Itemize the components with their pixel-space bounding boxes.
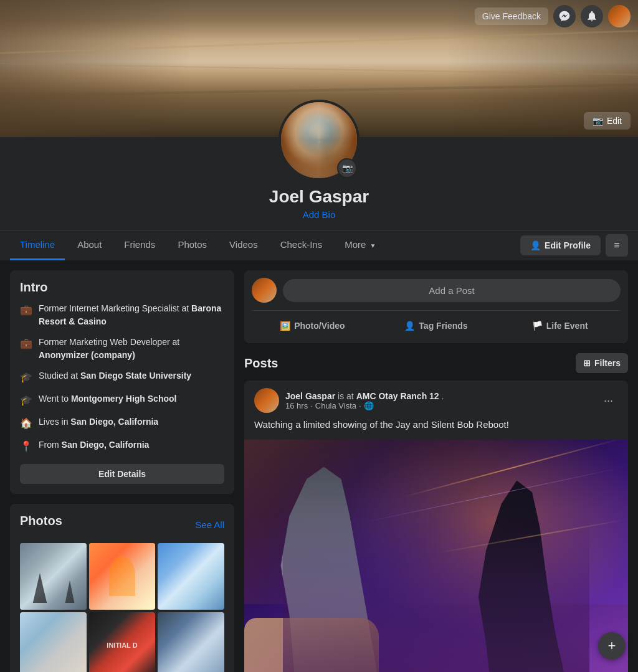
home-icon: 🏠 <box>20 416 32 431</box>
fab-button[interactable]: + <box>598 632 626 660</box>
grid-icon: ≡ <box>614 240 619 251</box>
post-more-button[interactable]: ··· <box>599 392 618 410</box>
intro-title: Intro <box>20 280 224 295</box>
add-post-top: Add a Post <box>252 278 621 303</box>
pin-icon: 📍 <box>20 439 32 454</box>
photo-thumb-2[interactable] <box>89 543 156 610</box>
post-text: Watching a limited showing of the Jay an… <box>244 418 628 440</box>
person-icon: 👤 <box>530 240 541 250</box>
profile-name: Joel Gaspar <box>0 187 638 207</box>
posts-header: Posts ⊞ Filters <box>244 353 628 373</box>
tab-more[interactable]: More ▼ <box>335 230 386 260</box>
avatar-camera-button[interactable]: 📷 <box>337 158 357 178</box>
intro-item-job1: 💼 Former Internet Marketing Specialist a… <box>20 302 224 328</box>
edit-details-button[interactable]: Edit Details <box>20 464 224 484</box>
give-feedback-button[interactable]: Give Feedback <box>475 7 548 25</box>
photo-video-button[interactable]: 🖼️ Photo/Video <box>252 316 373 336</box>
photo-thumb-5[interactable]: INITIAL D <box>89 612 156 672</box>
photo-thumb-3[interactable] <box>158 543 224 610</box>
photos-title: Photos <box>20 514 62 528</box>
intro-card: Intro 💼 Former Internet Marketing Specia… <box>10 270 234 494</box>
post-author-name: Joel Gaspar is at AMC Otay Ranch 12 . <box>285 391 444 401</box>
edit-profile-button[interactable]: 👤 Edit Profile <box>520 235 601 255</box>
tab-friends[interactable]: Friends <box>114 230 165 260</box>
briefcase-icon-2: 💼 <box>20 336 32 351</box>
post-card: Joel Gaspar is at AMC Otay Ranch 12 . 16… <box>244 381 628 672</box>
add-post-actions: 🖼️ Photo/Video 👤 Tag Friends 🏳️ Life Eve… <box>252 316 621 336</box>
right-column: Add a Post 🖼️ Photo/Video 👤 Tag Friends … <box>244 270 628 672</box>
filters-button[interactable]: ⊞ Filters <box>576 353 628 373</box>
tab-videos[interactable]: Videos <box>219 230 268 260</box>
photos-header: Photos See All <box>20 514 224 536</box>
tag-icon: 👤 <box>404 321 415 331</box>
post-composer-avatar <box>252 278 277 303</box>
tab-about[interactable]: About <box>67 230 112 260</box>
post-meta: 16 hrs · Chula Vista · 🌐 <box>285 401 444 410</box>
post-author-avatar <box>254 388 279 413</box>
messenger-icon[interactable] <box>553 5 576 27</box>
plus-icon: + <box>608 638 616 654</box>
cover-edit-button[interactable]: 📷 Edit <box>584 112 631 130</box>
school-icon: 🎓 <box>20 393 32 408</box>
globe-small-icon: 🌐 <box>364 401 374 410</box>
profile-avatar-container: 📷 <box>279 100 359 181</box>
photo-thumb-1[interactable] <box>20 543 87 610</box>
photo-thumb-6[interactable] <box>158 612 224 672</box>
life-event-button[interactable]: 🏳️ Life Event <box>499 316 621 336</box>
top-bar: Give Feedback <box>467 0 638 32</box>
add-post-card: Add a Post 🖼️ Photo/Video 👤 Tag Friends … <box>244 270 628 343</box>
intro-item-college: 🎓 Studied at San Diego State University <box>20 369 224 385</box>
photo-icon: 🖼️ <box>280 321 290 331</box>
photos-grid: INITIAL D <box>20 543 224 672</box>
add-post-input[interactable]: Add a Post <box>283 279 621 302</box>
user-avatar[interactable] <box>608 5 631 27</box>
notifications-icon[interactable] <box>581 5 603 27</box>
post-image <box>244 440 628 673</box>
flag-icon: 🏳️ <box>532 321 543 331</box>
post-author-info: Joel Gaspar is at AMC Otay Ranch 12 . 16… <box>254 388 444 413</box>
nav-tabs: Timeline About Friends Photos Videos Che… <box>10 230 520 260</box>
photos-card: Photos See All <box>10 504 234 672</box>
profile-section: 📷 Joel Gaspar Add Bio Timeline About Fri… <box>0 137 638 260</box>
photo-thumb-4[interactable] <box>20 612 87 672</box>
profile-nav: Timeline About Friends Photos Videos Che… <box>0 230 638 260</box>
posts-title: Posts <box>244 356 278 371</box>
intro-item-from: 📍 From San Diego, California <box>20 438 224 454</box>
camera-icon: 📷 <box>593 116 603 126</box>
chevron-down-icon: ▼ <box>370 242 376 249</box>
intro-item-lives: 🏠 Lives in San Diego, California <box>20 415 224 431</box>
divider <box>252 310 621 311</box>
tab-timeline[interactable]: Timeline <box>10 230 65 260</box>
graduation-icon: 🎓 <box>20 370 32 385</box>
camera-small-icon: 📷 <box>342 163 353 173</box>
intro-item-school: 🎓 Went to Montgomery High School <box>20 392 224 408</box>
main-content: Intro 💼 Former Internet Marketing Specia… <box>0 260 638 672</box>
left-column: Intro 💼 Former Internet Marketing Specia… <box>10 270 234 672</box>
post-author-details: Joel Gaspar is at AMC Otay Ranch 12 . 16… <box>285 391 444 410</box>
tab-photos[interactable]: Photos <box>168 230 217 260</box>
filter-icon: ⊞ <box>583 358 591 368</box>
nav-actions: 👤 Edit Profile ≡ <box>520 234 628 257</box>
see-all-photos-link[interactable]: See All <box>195 519 224 530</box>
more-options-button[interactable]: ≡ <box>606 234 628 257</box>
intro-item-job2: 💼 Former Marketing Web Developer at Anon… <box>20 336 224 362</box>
tag-friends-button[interactable]: 👤 Tag Friends <box>376 316 497 336</box>
add-bio-link[interactable]: Add Bio <box>0 209 638 220</box>
post-header: Joel Gaspar is at AMC Otay Ranch 12 . 16… <box>244 381 628 418</box>
briefcase-icon: 💼 <box>20 303 32 318</box>
tab-checkins[interactable]: Check-Ins <box>270 230 333 260</box>
